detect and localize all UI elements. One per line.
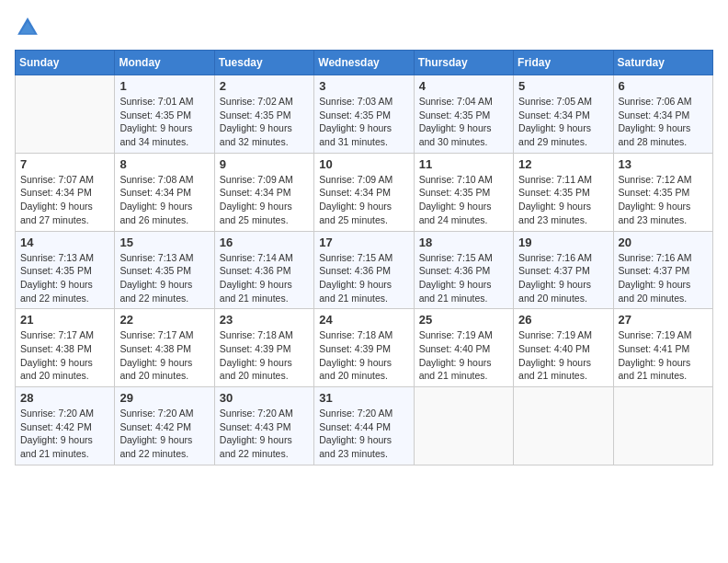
calendar-cell: 2Sunrise: 7:02 AMSunset: 4:35 PMDaylight… (214, 75, 313, 154)
calendar-cell: 21Sunrise: 7:17 AMSunset: 4:38 PMDayligh… (16, 309, 115, 387)
weekday-header-saturday: Saturday (613, 51, 712, 75)
day-info: Sunrise: 7:13 AMSunset: 4:35 PMDaylight:… (20, 251, 109, 305)
calendar-cell: 28Sunrise: 7:20 AMSunset: 4:42 PMDayligh… (16, 387, 115, 465)
day-number: 4 (419, 79, 508, 93)
weekday-header-friday: Friday (514, 51, 613, 75)
calendar-cell: 3Sunrise: 7:03 AMSunset: 4:35 PMDaylight… (314, 75, 414, 154)
weekday-header-sunday: Sunday (16, 51, 115, 75)
day-number: 27 (619, 313, 708, 327)
weekday-header-wednesday: Wednesday (314, 51, 414, 75)
weekday-header-tuesday: Tuesday (214, 51, 313, 75)
day-number: 3 (319, 79, 408, 93)
day-number: 11 (419, 157, 508, 171)
day-number: 10 (319, 157, 408, 171)
calendar-cell: 27Sunrise: 7:19 AMSunset: 4:41 PMDayligh… (613, 309, 712, 387)
page-header (15, 15, 713, 40)
calendar-cell: 30Sunrise: 7:20 AMSunset: 4:43 PMDayligh… (214, 387, 313, 465)
calendar-cell: 25Sunrise: 7:19 AMSunset: 4:40 PMDayligh… (414, 309, 513, 387)
calendar-cell: 16Sunrise: 7:14 AMSunset: 4:36 PMDayligh… (214, 231, 313, 309)
day-info: Sunrise: 7:18 AMSunset: 4:39 PMDaylight:… (220, 328, 309, 383)
calendar-cell: 10Sunrise: 7:09 AMSunset: 4:34 PMDayligh… (314, 153, 414, 231)
day-info: Sunrise: 7:20 AMSunset: 4:44 PMDaylight:… (319, 407, 408, 461)
calendar-cell: 17Sunrise: 7:15 AMSunset: 4:36 PMDayligh… (314, 231, 414, 309)
day-info: Sunrise: 7:15 AMSunset: 4:36 PMDaylight:… (319, 251, 408, 305)
day-info: Sunrise: 7:11 AMSunset: 4:35 PMDaylight:… (518, 173, 608, 227)
day-number: 20 (619, 236, 708, 249)
calendar-week-3: 14Sunrise: 7:13 AMSunset: 4:35 PMDayligh… (16, 231, 713, 309)
day-info: Sunrise: 7:08 AMSunset: 4:34 PMDaylight:… (119, 173, 209, 227)
calendar-week-2: 7Sunrise: 7:07 AMSunset: 4:34 PMDaylight… (16, 153, 713, 231)
day-number: 19 (518, 236, 608, 249)
day-number: 13 (619, 157, 708, 171)
day-info: Sunrise: 7:17 AMSunset: 4:38 PMDaylight:… (20, 328, 109, 383)
day-number: 12 (518, 157, 608, 171)
day-number: 17 (319, 236, 408, 249)
day-info: Sunrise: 7:20 AMSunset: 4:43 PMDaylight:… (220, 407, 309, 461)
day-info: Sunrise: 7:14 AMSunset: 4:36 PMDaylight:… (220, 251, 309, 305)
day-number: 15 (119, 236, 209, 249)
day-info: Sunrise: 7:12 AMSunset: 4:35 PMDaylight:… (619, 173, 708, 227)
calendar-cell: 29Sunrise: 7:20 AMSunset: 4:42 PMDayligh… (115, 387, 214, 465)
day-number: 8 (119, 157, 209, 171)
day-number: 28 (20, 391, 109, 405)
day-info: Sunrise: 7:03 AMSunset: 4:35 PMDaylight:… (319, 95, 408, 149)
calendar-cell: 20Sunrise: 7:16 AMSunset: 4:37 PMDayligh… (613, 231, 712, 309)
weekday-header-monday: Monday (115, 51, 214, 75)
day-info: Sunrise: 7:20 AMSunset: 4:42 PMDaylight:… (20, 407, 109, 461)
calendar-cell: 7Sunrise: 7:07 AMSunset: 4:34 PMDaylight… (16, 153, 115, 231)
logo-icon (15, 15, 40, 40)
day-info: Sunrise: 7:15 AMSunset: 4:36 PMDaylight:… (419, 251, 508, 305)
calendar-cell: 8Sunrise: 7:08 AMSunset: 4:34 PMDaylight… (115, 153, 214, 231)
day-number: 14 (20, 236, 109, 249)
day-number: 26 (518, 313, 608, 327)
day-number: 21 (20, 313, 109, 327)
day-number: 16 (220, 236, 309, 249)
calendar-cell: 14Sunrise: 7:13 AMSunset: 4:35 PMDayligh… (16, 231, 115, 309)
day-number: 30 (220, 391, 309, 405)
calendar-cell: 31Sunrise: 7:20 AMSunset: 4:44 PMDayligh… (314, 387, 414, 465)
calendar-header-row: SundayMondayTuesdayWednesdayThursdayFrid… (16, 51, 713, 75)
day-info: Sunrise: 7:09 AMSunset: 4:34 PMDaylight:… (220, 173, 309, 227)
day-number: 7 (20, 157, 109, 171)
day-info: Sunrise: 7:04 AMSunset: 4:35 PMDaylight:… (419, 95, 508, 149)
day-number: 1 (119, 79, 209, 93)
calendar-week-4: 21Sunrise: 7:17 AMSunset: 4:38 PMDayligh… (16, 309, 713, 387)
calendar-cell: 18Sunrise: 7:15 AMSunset: 4:36 PMDayligh… (414, 231, 513, 309)
calendar-cell: 13Sunrise: 7:12 AMSunset: 4:35 PMDayligh… (613, 153, 712, 231)
day-info: Sunrise: 7:05 AMSunset: 4:34 PMDaylight:… (518, 95, 608, 149)
calendar-cell (414, 387, 513, 465)
weekday-header-thursday: Thursday (414, 51, 513, 75)
calendar-cell: 5Sunrise: 7:05 AMSunset: 4:34 PMDaylight… (514, 75, 613, 154)
day-number: 9 (220, 157, 309, 171)
day-number: 23 (220, 313, 309, 327)
calendar-cell: 11Sunrise: 7:10 AMSunset: 4:35 PMDayligh… (414, 153, 513, 231)
day-number: 24 (319, 313, 408, 327)
calendar-cell: 15Sunrise: 7:13 AMSunset: 4:35 PMDayligh… (115, 231, 214, 309)
day-info: Sunrise: 7:17 AMSunset: 4:38 PMDaylight:… (119, 328, 209, 383)
calendar-table: SundayMondayTuesdayWednesdayThursdayFrid… (15, 50, 713, 465)
day-info: Sunrise: 7:09 AMSunset: 4:34 PMDaylight:… (319, 173, 408, 227)
day-info: Sunrise: 7:13 AMSunset: 4:35 PMDaylight:… (119, 251, 209, 305)
calendar-cell: 23Sunrise: 7:18 AMSunset: 4:39 PMDayligh… (214, 309, 313, 387)
calendar-cell: 6Sunrise: 7:06 AMSunset: 4:34 PMDaylight… (613, 75, 712, 154)
day-number: 5 (518, 79, 608, 93)
calendar-cell: 4Sunrise: 7:04 AMSunset: 4:35 PMDaylight… (414, 75, 513, 154)
day-info: Sunrise: 7:19 AMSunset: 4:40 PMDaylight:… (518, 328, 608, 383)
day-number: 6 (619, 79, 708, 93)
day-info: Sunrise: 7:10 AMSunset: 4:35 PMDaylight:… (419, 173, 508, 227)
day-info: Sunrise: 7:18 AMSunset: 4:39 PMDaylight:… (319, 328, 408, 383)
day-number: 31 (319, 391, 408, 405)
calendar-cell: 1Sunrise: 7:01 AMSunset: 4:35 PMDaylight… (115, 75, 214, 154)
day-info: Sunrise: 7:16 AMSunset: 4:37 PMDaylight:… (619, 251, 708, 305)
day-info: Sunrise: 7:16 AMSunset: 4:37 PMDaylight:… (518, 251, 608, 305)
calendar-cell (514, 387, 613, 465)
calendar-week-1: 1Sunrise: 7:01 AMSunset: 4:35 PMDaylight… (16, 75, 713, 154)
day-info: Sunrise: 7:20 AMSunset: 4:42 PMDaylight:… (119, 407, 209, 461)
calendar-cell (613, 387, 712, 465)
day-info: Sunrise: 7:06 AMSunset: 4:34 PMDaylight:… (619, 95, 708, 149)
day-number: 2 (220, 79, 309, 93)
day-info: Sunrise: 7:02 AMSunset: 4:35 PMDaylight:… (220, 95, 309, 149)
calendar-cell: 26Sunrise: 7:19 AMSunset: 4:40 PMDayligh… (514, 309, 613, 387)
day-number: 29 (119, 391, 209, 405)
day-info: Sunrise: 7:19 AMSunset: 4:41 PMDaylight:… (619, 328, 708, 383)
